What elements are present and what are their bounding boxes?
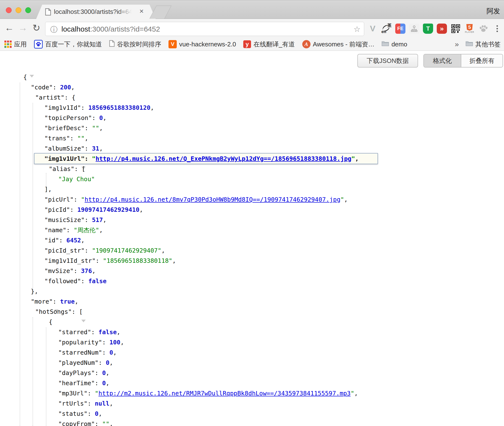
collapse-all-button[interactable]: 折叠所有 [461, 54, 503, 67]
vue-devtools-icon[interactable]: V [368, 24, 378, 34]
json-colon: : [95, 380, 102, 387]
html5-player-icon[interactable]: 5 PLAYER [464, 24, 475, 34]
json-key: "rtUrls" [58, 400, 87, 407]
json-colon: : [70, 206, 77, 213]
json-line: "alias": [ [0, 164, 504, 174]
json-comma: , [99, 125, 103, 132]
bookmark-baidu[interactable]: 百度一下，你就知道 [34, 40, 102, 49]
json-value: 31 [92, 145, 99, 152]
json-value: 18569651883380120 [88, 104, 151, 111]
close-window-button[interactable] [6, 7, 12, 13]
bookmark-label: 在线翻译_有道 [253, 40, 295, 49]
json-key: "alias" [49, 165, 74, 172]
json-comma: , [71, 84, 75, 91]
json-link[interactable]: http://p4.music.126.net/Q_ExePNkmgB2yWyL… [96, 155, 352, 162]
bookmark-other-folder[interactable]: 其他书签 [466, 40, 501, 49]
json-comma: , [120, 339, 124, 346]
bookmark-label: 谷歌按时间排序 [117, 40, 161, 49]
json-colon: : [92, 114, 99, 121]
url-input[interactable]: ⓘ localhost:3000/artists?id=6452 ☆ [45, 22, 364, 36]
download-json-button[interactable]: 下载JSON数据 [357, 54, 418, 68]
json-value: 517 [92, 216, 103, 223]
bookmark-folder-demo[interactable]: demo [382, 41, 407, 48]
browser-tab[interactable]: localhost:3000/artists?id=645 × [36, 5, 156, 19]
reload-icon[interactable]: ↻ [31, 23, 42, 33]
json-bracket: { [49, 318, 52, 325]
json-key: "musicSize" [44, 216, 85, 223]
json-key: "dayPlays" [58, 369, 95, 376]
json-line: ], [0, 184, 504, 195]
json-quote: " [95, 390, 99, 397]
json-line: "picId": 19097417462929410, [0, 205, 504, 215]
json-value: 19097417462929410 [77, 206, 139, 213]
maximize-window-button[interactable] [25, 7, 31, 13]
url-text: localhost:3000/artists?id=6452 [61, 25, 160, 33]
qr-code-icon[interactable] [451, 24, 461, 34]
json-comma: , [106, 369, 109, 376]
json-bracket: ], [44, 186, 52, 193]
json-key: "topicPerson" [44, 114, 92, 121]
json-key: "briefDesc" [44, 125, 85, 132]
json-comma: , [139, 206, 143, 213]
json-key: "name" [44, 227, 66, 234]
json-value: "19097417462929407" [92, 247, 161, 254]
bookmark-label: demo [391, 41, 407, 48]
chrome-menu-icon[interactable] [492, 24, 502, 34]
bookmark-star-icon[interactable]: ☆ [353, 25, 361, 34]
json-colon: : [102, 339, 109, 346]
bookmarks-bar: 应用 百度一下，你就知道 谷歌按时间排序 [0, 38, 504, 51]
json-colon: : [87, 390, 95, 397]
json-line: "picId_str": "19097417462929407", [0, 246, 504, 256]
fe-extension-icon[interactable]: FE [395, 24, 405, 34]
video-downloader-icon[interactable]: » [437, 24, 447, 34]
json-link[interactable]: http://p4.music.126.net/8mv7qP30Pd3oHW8b… [85, 196, 341, 203]
translate-extension-icon[interactable]: 英 en [381, 24, 392, 34]
back-icon[interactable]: ← [3, 23, 15, 33]
json-comma: , [355, 155, 359, 162]
minimize-window-button[interactable] [16, 7, 21, 13]
tampermonkey-icon[interactable]: T [423, 24, 433, 34]
bookmark-apps[interactable]: 应用 [4, 40, 27, 49]
bookmark-awesomes[interactable]: A Awesomes - 前端资… [302, 40, 375, 49]
url-host: localhost [61, 25, 90, 33]
json-line: "picUrl": "http://p4.music.126.net/8mv7q… [0, 195, 504, 205]
json-line: "img1v1Id": 18569651883380120, [0, 103, 504, 113]
tab-title-fade [118, 8, 136, 17]
new-tab-button[interactable] [150, 6, 172, 19]
paw-extension-icon[interactable] [478, 24, 488, 34]
json-line: "img1v1Id_str": "18569651883380118", [0, 256, 504, 266]
json-line: "status": 0, [0, 409, 504, 419]
json-comma: , [99, 145, 103, 152]
bookmark-vue-hackernews[interactable]: V vue-hackernews-2.0 [168, 40, 236, 48]
json-comma: , [113, 349, 117, 356]
json-key: "copyFrom" [58, 420, 95, 426]
bookmark-youdao[interactable]: y 在线翻译_有道 [243, 40, 295, 49]
awesomes-icon: A [302, 40, 311, 48]
json-value: null [95, 400, 109, 407]
json-line: "followed": false [0, 276, 504, 286]
json-colon: : [66, 227, 74, 234]
sitemap-extension-icon[interactable] [409, 24, 419, 34]
tab-strip: localhost:3000/artists?id=645 × 阿发 [0, 0, 504, 19]
json-colon: : [59, 237, 66, 244]
bookmark-label: Awesomes - 前端资… [313, 40, 375, 49]
json-value: "周杰伦" [74, 227, 99, 234]
json-comma: , [75, 298, 78, 305]
page-info-icon[interactable]: ⓘ [50, 25, 58, 35]
json-line: { [0, 317, 504, 327]
format-button[interactable]: 格式化 [424, 54, 461, 67]
bookmarks-overflow-icon[interactable]: » [455, 40, 459, 48]
youdao-icon: y [243, 40, 251, 48]
json-quote: " [351, 390, 354, 397]
json-colon: : [85, 247, 92, 254]
tab-close-icon[interactable]: × [137, 7, 146, 15]
profile-name[interactable]: 阿发 [487, 7, 500, 16]
page-icon [109, 40, 115, 49]
json-value: 200 [60, 84, 71, 91]
json-value: false [99, 329, 117, 336]
json-colon: : [74, 196, 81, 203]
json-link[interactable]: http://m2.music.126.net/RMJR7wDullRqppBk… [99, 390, 351, 397]
json-key: "img1v1Id" [44, 104, 81, 111]
json-bracket: { [72, 94, 76, 101]
bookmark-google-sort[interactable]: 谷歌按时间排序 [109, 40, 161, 49]
